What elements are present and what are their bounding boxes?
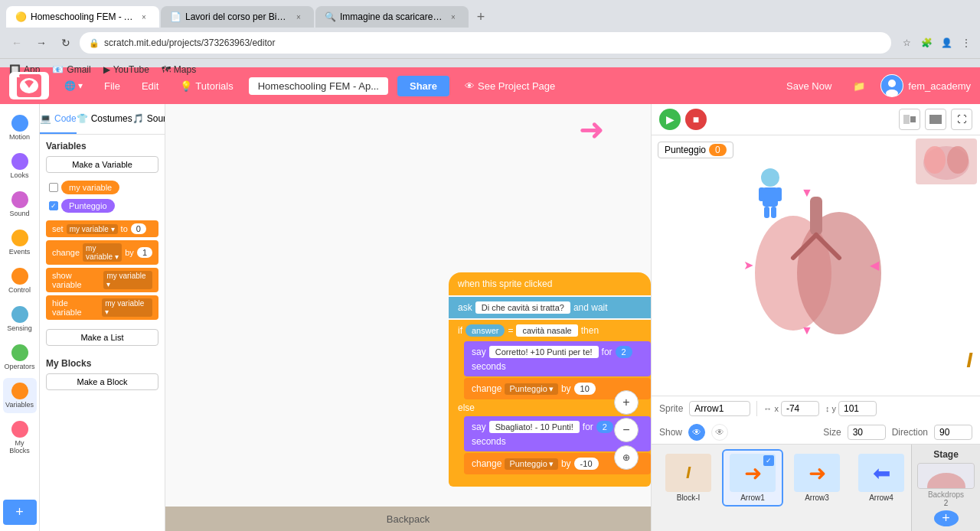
hide-eye-button[interactable]: 👁 — [711, 424, 728, 441]
category-panel: 💻 Code 👕 Costumes 🎵 Sounds Variables Mak… — [40, 104, 165, 531]
y-coord-input[interactable] — [838, 401, 877, 416]
make-block-button[interactable]: Make a Block — [46, 373, 158, 390]
tab-2-close[interactable]: × — [292, 11, 305, 23]
hide-variable-block[interactable]: hide variable my variable ▾ — [46, 295, 158, 320]
sidebar-item-events[interactable]: Events — [3, 225, 37, 260]
profile-icon[interactable]: 👤 — [939, 35, 954, 50]
punteggio-chip[interactable]: Punteggio — [61, 199, 115, 213]
tab-costumes[interactable]: 👕 Costumes — [77, 104, 132, 134]
large-stage-button[interactable] — [925, 109, 946, 130]
condition-value-input[interactable]: cavità nasale — [516, 324, 577, 337]
say1-text-input[interactable]: Corretto! +10 Punti per te! — [489, 346, 599, 358]
sidebar-item-sound[interactable]: Sound — [3, 187, 37, 222]
share-button[interactable]: Share — [397, 76, 449, 96]
set-value-input[interactable]: 0 — [131, 223, 146, 234]
address-bar[interactable]: 🔒 scratch.mit.edu/projects/373263963/edi… — [80, 32, 891, 54]
green-flag-button[interactable]: ▶ — [659, 109, 681, 130]
sprite-name-input[interactable] — [689, 401, 750, 416]
size-input[interactable] — [848, 425, 886, 440]
say2-text-input[interactable]: Sbagliato! - 10 Punti! — [489, 421, 580, 433]
stage-miniature[interactable] — [917, 463, 975, 489]
if-header[interactable]: if answer = cavità nasale then — [449, 320, 651, 341]
small-stage-button[interactable] — [899, 109, 920, 130]
sidebar-item-control[interactable]: Control — [3, 263, 37, 298]
say1-seconds-input[interactable]: 2 — [616, 346, 632, 358]
svg-text:◀: ◀ — [870, 259, 880, 272]
hat-block[interactable]: when this sprite clicked — [449, 272, 651, 295]
punteggio-checkbox[interactable]: ✓ — [49, 201, 58, 210]
center-view-button[interactable]: ⊕ — [614, 445, 639, 470]
tab-1-close[interactable]: × — [138, 11, 150, 23]
bookmark-maps[interactable]: 🗺 Maps — [162, 64, 196, 75]
fullscreen-button[interactable]: ⛶ — [951, 109, 972, 130]
make-list-button[interactable]: Make a List — [46, 329, 158, 346]
sidebar-item-operators[interactable]: Operators — [3, 340, 37, 375]
change1-val-input[interactable]: 10 — [574, 383, 596, 395]
sprite-thumb-arrow1[interactable]: ➜ ✓ Arrow1 — [722, 449, 783, 507]
star-icon[interactable]: ☆ — [899, 35, 914, 50]
tutorials-menu[interactable]: 💡 Tutorials — [174, 77, 239, 95]
backpack-bar[interactable]: Backpack — [165, 507, 651, 531]
see-project-button[interactable]: 👁 See Project Page — [459, 77, 561, 95]
file-menu[interactable]: File — [98, 77, 126, 95]
user-area[interactable]: fem_academy — [880, 74, 971, 97]
language-button[interactable]: 🌐 ▾ — [58, 77, 89, 94]
edit-menu[interactable]: Edit — [136, 77, 165, 95]
tab-code[interactable]: 💻 Code — [40, 104, 77, 134]
ask-block[interactable]: ask Di che cavità si tratta? and wait — [449, 297, 651, 318]
zoom-out-button[interactable]: − — [614, 418, 639, 442]
change2-var-dropdown[interactable]: Punteggio ▾ — [505, 458, 558, 470]
reload-button[interactable]: ↻ — [55, 32, 77, 54]
new-tab-button[interactable]: + — [470, 6, 492, 28]
sidebar-item-variables[interactable]: Variables — [3, 378, 37, 413]
change-block[interactable]: change my variable ▾ by 1 — [46, 240, 158, 265]
change2-val-input[interactable]: -10 — [574, 458, 599, 470]
save-now-button[interactable]: Save Now — [780, 77, 838, 95]
make-variable-button[interactable]: Make a Variable — [46, 156, 158, 173]
svg-rect-5 — [910, 116, 916, 122]
sprite-thumb-arrow4[interactable]: ⬅ Arrow4 — [851, 449, 911, 507]
bookmark-youtube[interactable]: ▶ YouTube — [103, 64, 149, 75]
tab-sounds[interactable]: 🎵 Sounds — [132, 104, 165, 134]
forward-button[interactable]: → — [31, 32, 52, 54]
sprite-thumb-block-i[interactable]: I Block-I — [658, 449, 719, 507]
x-coord-input[interactable] — [781, 401, 819, 416]
show-variable-block[interactable]: show variable my variable ▾ — [46, 268, 158, 292]
tab-2[interactable]: 📄 Lavori del corso per Biologia in ... × — [161, 6, 314, 28]
change-var-dropdown[interactable]: my variable ▾ — [83, 243, 122, 262]
add-extension-button[interactable]: + — [3, 500, 37, 525]
sidebar-item-myblocks[interactable]: My Blocks — [3, 416, 37, 459]
hide-var-dropdown[interactable]: my variable ▾ — [102, 298, 152, 317]
zoom-in-button[interactable]: + — [614, 390, 639, 415]
say-block-1[interactable]: say Corretto! +10 Punti per te! for 2 se… — [464, 341, 651, 376]
back-button[interactable]: ← — [6, 32, 28, 54]
set-block[interactable]: set my variable ▾ to 0 — [46, 220, 158, 237]
show-eye-button[interactable]: 👁 — [688, 424, 705, 441]
menu-icon[interactable]: ⋮ — [959, 35, 974, 50]
code-canvas[interactable]: ➜ when this sprite clicked ask Di che ca… — [165, 104, 651, 531]
show-var-dropdown[interactable]: my variable ▾ — [103, 271, 152, 289]
add-backdrop-button[interactable]: + — [934, 510, 959, 526]
scratch-logo[interactable] — [9, 72, 49, 99]
change-value-input[interactable]: 1 — [137, 247, 152, 258]
sidebar-item-sensing[interactable]: Sensing — [3, 301, 37, 337]
extension-icon[interactable]: 🧩 — [919, 35, 934, 50]
tab-1[interactable]: 🟡 Homeschooling FEM - Apparato... × — [6, 6, 159, 28]
tab-3[interactable]: 🔍 Immagine da scaricare - Google ... × — [315, 6, 469, 28]
say2-seconds-input[interactable]: 2 — [596, 421, 613, 433]
sprite-thumb-arrow3[interactable]: ➜ Arrow3 — [786, 449, 848, 507]
change1-var-dropdown[interactable]: Punteggio ▾ — [505, 383, 558, 395]
stop-button[interactable]: ■ — [685, 109, 707, 130]
project-name[interactable]: Homeschooling FEM - Ap... — [249, 77, 388, 95]
bookmark-gmail[interactable]: 📧 Gmail — [52, 64, 90, 75]
my-blocks-title: My Blocks — [46, 358, 158, 369]
sidebar-item-looks[interactable]: Looks — [3, 148, 37, 184]
folder-icon-button[interactable]: 📁 — [847, 73, 871, 98]
tab-3-close[interactable]: × — [447, 11, 459, 23]
direction-input[interactable] — [934, 425, 972, 440]
sidebar-item-motion[interactable]: Motion — [3, 110, 37, 145]
ask-question-input[interactable]: Di che cavità si tratta? — [475, 301, 570, 314]
myvar-checkbox[interactable] — [49, 183, 58, 192]
set-var-dropdown[interactable]: my variable ▾ — [67, 224, 118, 234]
myvar-chip[interactable]: my variable — [61, 181, 119, 194]
